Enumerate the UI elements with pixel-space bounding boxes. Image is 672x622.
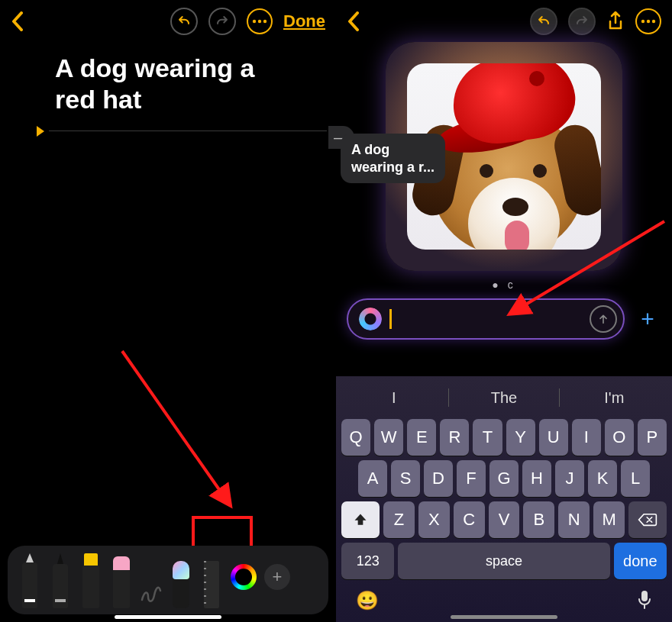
redo-button[interactable] [568,8,596,35]
text-cursor [389,309,392,329]
navbar [336,0,672,42]
send-button[interactable] [590,305,617,333]
key-c[interactable]: C [454,501,485,538]
prompt-caption[interactable]: A dogwearing a r... [341,134,445,183]
key-x[interactable]: X [418,501,450,538]
note-divider [0,126,336,137]
home-indicator[interactable] [451,615,557,619]
key-m[interactable]: M [593,501,625,538]
page-indicator[interactable]: ● c [336,279,672,291]
svg-point-1 [258,19,261,22]
key-a[interactable]: A [358,460,387,497]
key-f[interactable]: F [457,460,486,497]
done-button[interactable]: Done [283,11,325,31]
add-tool-button[interactable]: + [264,564,290,590]
key-v[interactable]: V [489,501,520,538]
more-icon[interactable] [247,8,273,34]
svg-rect-8 [641,591,648,601]
key-n[interactable]: N [558,501,590,538]
redo-button[interactable] [208,8,236,35]
key-z[interactable]: Z [383,501,415,538]
svg-line-3 [122,351,229,504]
key-i[interactable]: I [572,419,601,456]
key-row-4: 123 space done [341,543,667,579]
key-row-2: ASDFGHJKL [341,460,667,497]
share-icon[interactable] [606,11,625,32]
tool-ruler[interactable] [200,561,223,608]
prompt-input[interactable] [347,298,625,340]
shift-key[interactable] [341,501,380,538]
svg-point-5 [647,19,650,22]
key-b[interactable]: B [523,501,554,538]
key-p[interactable]: P [638,419,667,456]
note-text[interactable]: A dog wearing a red hat [0,42,336,126]
key-l[interactable]: L [621,460,650,497]
annotation-arrow [115,343,252,530]
undo-button[interactable] [170,8,198,35]
keyboard: I The I'm QWERTYUIOP ASDFGHJKL ZXCVBNM 1… [336,376,672,622]
svg-point-2 [263,19,267,22]
emoji-key[interactable]: 😀 [356,590,379,614]
key-row-3: ZXCVBNM [341,501,667,538]
numbers-key[interactable]: 123 [341,543,394,579]
backspace-key[interactable] [628,501,667,538]
svg-point-4 [641,19,645,22]
key-o[interactable]: O [605,419,634,456]
key-u[interactable]: U [539,419,568,456]
dictation-key[interactable] [637,590,652,614]
screenshot-right: — A dogwearing a r... ● c + I The I'm QW… [336,0,672,622]
suggestion[interactable]: I [339,389,448,407]
key-row-1: QWERTYUIOP [341,419,667,456]
suggestion[interactable]: I'm [560,389,669,407]
key-d[interactable]: D [424,460,453,497]
tool-scribble[interactable] [141,570,162,608]
suggestion[interactable]: The [449,389,558,407]
add-button[interactable]: + [634,305,661,333]
suggestion-bar: I The I'm [339,381,669,414]
key-w[interactable]: W [374,419,403,456]
undo-button[interactable] [530,8,557,35]
key-s[interactable]: S [391,460,420,497]
markup-toolbar: + [8,546,328,614]
back-icon[interactable] [11,11,24,31]
navbar: Done [0,0,336,42]
key-g[interactable]: G [489,460,519,497]
tool-image-wand[interactable] [170,561,192,608]
intelligence-icon [359,308,382,330]
key-k[interactable]: K [588,460,617,497]
back-icon[interactable] [347,11,360,31]
key-e[interactable]: E [407,419,436,456]
key-y[interactable]: Y [506,419,535,456]
screenshot-left: Done A dog wearing a red hat + [0,0,336,622]
key-q[interactable]: Q [341,419,370,456]
key-h[interactable]: H [522,460,551,497]
done-key[interactable]: done [614,543,667,579]
space-key[interactable]: space [398,543,609,579]
color-picker-icon[interactable] [231,564,257,590]
home-indicator[interactable] [115,615,221,619]
svg-point-0 [253,19,256,22]
tool-pencil[interactable] [49,561,72,608]
key-j[interactable]: J [555,460,584,497]
tool-highlighter[interactable] [79,561,102,608]
more-icon[interactable] [635,8,661,34]
key-r[interactable]: R [440,419,469,456]
tool-eraser[interactable] [110,561,133,608]
caret-icon[interactable] [37,126,44,137]
prompt-row: + [347,298,661,340]
key-t[interactable]: T [473,419,502,456]
svg-point-6 [652,19,655,22]
tool-pen[interactable] [18,561,41,608]
